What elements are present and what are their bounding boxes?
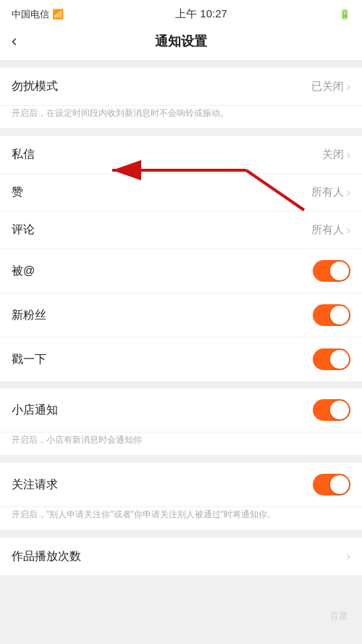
header: ‹ 通知设置 bbox=[0, 25, 362, 61]
follow-hint: 开启后，"别人申请关注你"或者"你申请关注别人被通过"时将通知你。 bbox=[0, 507, 362, 530]
private-message-item[interactable]: 私信 关闭 › bbox=[0, 136, 362, 174]
comment-right: 所有人 › bbox=[311, 223, 350, 237]
wifi-icon: 📶 bbox=[52, 9, 64, 20]
shop-notice-label: 小店通知 bbox=[12, 403, 58, 418]
follow-group: 关注请求 开启后，"别人申请关注你"或者"你申请关注别人被通过"时将通知你。 bbox=[0, 463, 362, 530]
shop-notice-item[interactable]: 小店通知 bbox=[0, 388, 362, 432]
time-display: 上午 10:27 bbox=[175, 7, 227, 21]
dnd-mode-item[interactable]: 勿扰模式 已关闭 › bbox=[0, 68, 362, 106]
like-chevron: › bbox=[347, 186, 350, 199]
shop-hint: 开启后，小店有新消息时会通知你 bbox=[0, 432, 362, 456]
private-message-right: 关闭 › bbox=[322, 148, 350, 162]
private-message-value: 关闭 bbox=[322, 148, 344, 162]
status-left: 中国电信 📶 bbox=[12, 8, 64, 21]
section-gap-4 bbox=[0, 456, 362, 463]
back-button[interactable]: ‹ bbox=[12, 33, 17, 49]
comment-item[interactable]: 评论 所有人 › bbox=[0, 212, 362, 249]
playcount-group: 作品播放次数 › bbox=[0, 538, 362, 575]
comment-value: 所有人 bbox=[311, 223, 344, 237]
section-gap-1 bbox=[0, 61, 362, 68]
dnd-chevron-icon: › bbox=[347, 80, 350, 93]
notifications-group: 私信 关闭 › 赞 所有人 › 评论 所有人 › 被@ bbox=[0, 136, 362, 381]
page-wrapper: 中国电信 📶 上午 10:27 🔋 ‹ 通知设置 勿扰模式 已关闭 › 开启后，… bbox=[0, 0, 362, 644]
status-bar: 中国电信 📶 上午 10:27 🔋 bbox=[0, 0, 362, 25]
section-gap-5 bbox=[0, 530, 362, 538]
dnd-group: 勿扰模式 已关闭 › 开启后，在设定时间段内收到新消息时不会响铃或振动。 bbox=[0, 68, 362, 129]
private-message-label: 私信 bbox=[12, 147, 35, 162]
shake-item[interactable]: 戳一下 bbox=[0, 338, 362, 381]
page-title: 通知设置 bbox=[155, 33, 207, 50]
at-toggle[interactable] bbox=[313, 260, 350, 282]
like-value: 所有人 bbox=[311, 185, 344, 199]
status-right: 🔋 bbox=[339, 9, 350, 20]
like-right: 所有人 › bbox=[311, 185, 350, 199]
like-item[interactable]: 赞 所有人 › bbox=[0, 174, 362, 212]
new-fans-label: 新粉丝 bbox=[12, 308, 46, 323]
dnd-mode-right: 已关闭 › bbox=[311, 80, 350, 93]
new-fans-toggle[interactable] bbox=[313, 304, 350, 326]
play-count-item[interactable]: 作品播放次数 › bbox=[0, 538, 362, 575]
comment-chevron: › bbox=[347, 224, 350, 237]
play-count-label: 作品播放次数 bbox=[12, 549, 81, 564]
battery-icon: 🔋 bbox=[339, 9, 350, 20]
section-gap-2 bbox=[0, 129, 362, 136]
watermark: 百度 bbox=[330, 610, 348, 622]
shake-toggle[interactable] bbox=[313, 348, 350, 370]
shake-label: 戳一下 bbox=[12, 352, 46, 367]
follow-request-label: 关注请求 bbox=[12, 477, 58, 493]
dnd-mode-label: 勿扰模式 bbox=[12, 79, 58, 94]
shop-group: 小店通知 开启后，小店有新消息时会通知你 bbox=[0, 388, 362, 456]
section-gap-3 bbox=[0, 381, 362, 388]
play-count-chevron: › bbox=[347, 550, 350, 563]
private-message-chevron: › bbox=[347, 149, 350, 162]
follow-request-item[interactable]: 关注请求 bbox=[0, 463, 362, 507]
new-fans-item[interactable]: 新粉丝 bbox=[0, 293, 362, 338]
dnd-hint: 开启后，在设定时间段内收到新消息时不会响铃或振动。 bbox=[0, 106, 362, 129]
comment-label: 评论 bbox=[12, 222, 35, 238]
carrier-text: 中国电信 bbox=[12, 8, 49, 21]
at-label: 被@ bbox=[12, 264, 35, 279]
like-label: 赞 bbox=[12, 185, 23, 200]
shop-notice-toggle[interactable] bbox=[313, 399, 350, 421]
at-item[interactable]: 被@ bbox=[0, 249, 362, 293]
dnd-mode-value: 已关闭 bbox=[311, 80, 344, 93]
play-count-right: › bbox=[347, 550, 350, 563]
follow-request-toggle[interactable] bbox=[313, 474, 350, 495]
